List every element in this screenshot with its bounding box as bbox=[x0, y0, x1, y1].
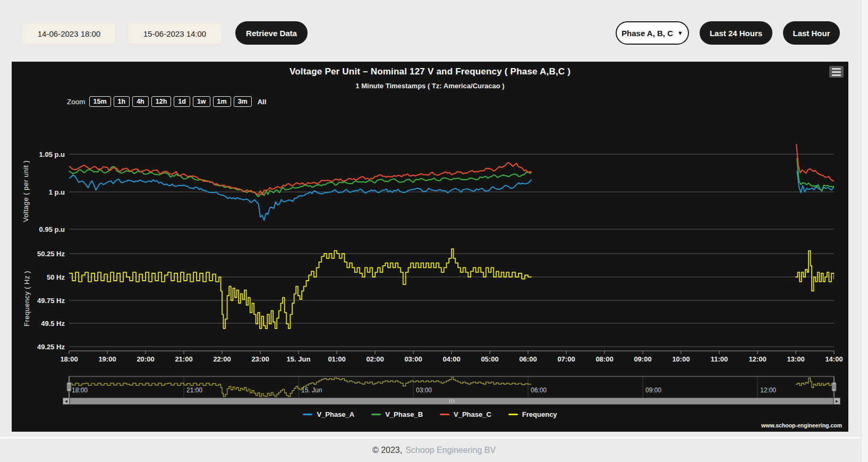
legend-item-v_phase_b[interactable]: V_Phase_B bbox=[371, 410, 423, 418]
page-footer: © 2023, Schoop Engineering BV bbox=[0, 438, 868, 462]
legend-label: Frequency bbox=[522, 410, 557, 418]
legend-label: V_Phase_B bbox=[385, 410, 423, 418]
x-axis-tick-label: 18:00 bbox=[60, 355, 78, 363]
legend-swatch-icon bbox=[440, 414, 449, 415]
phase-select-label: Phase A, B, C bbox=[622, 29, 673, 38]
x-axis-tick-label: 02:00 bbox=[366, 355, 384, 363]
y-axis-tick-label: 49.25 Hz bbox=[37, 343, 65, 351]
navigator-tick-label: 06:00 bbox=[531, 387, 547, 394]
footer-company-link[interactable]: Schoop Engineering BV bbox=[405, 446, 496, 455]
y-axis-tick-label: 49.75 Hz bbox=[37, 297, 65, 305]
last-hour-button[interactable]: Last Hour bbox=[783, 21, 840, 45]
y-axis-tick-label: 1.05 p.u bbox=[39, 150, 65, 158]
y-axis-tick-label: 0.95 p.u bbox=[39, 225, 65, 233]
chevron-down-icon: ▼ bbox=[677, 30, 683, 36]
legend-item-v_phase_a[interactable]: V_Phase_A bbox=[303, 410, 354, 418]
series-v_phase_c bbox=[796, 145, 834, 181]
x-axis-tick-label: 13:00 bbox=[787, 355, 804, 363]
x-axis-tick-label: 21:00 bbox=[175, 355, 192, 363]
legend-item-frequency[interactable]: Frequency bbox=[508, 410, 557, 418]
navigator-tick-label: 21:00 bbox=[186, 387, 202, 394]
x-axis-tick-label: 08:00 bbox=[595, 355, 613, 363]
series-v_phase_c bbox=[69, 163, 531, 195]
x-axis-tick-label: 04:00 bbox=[442, 355, 460, 363]
y-axis-tick-label: 49.5 Hz bbox=[41, 320, 65, 327]
legend-label: V_Phase_C bbox=[454, 410, 491, 418]
legend-item-v_phase_c[interactable]: V_Phase_C bbox=[440, 410, 491, 418]
scrollbar-track[interactable] bbox=[70, 398, 833, 405]
navigator-tick-label: 15. Jun bbox=[301, 387, 322, 394]
navigator-tick-label: 03:00 bbox=[416, 387, 432, 394]
x-axis-tick-label: 05:00 bbox=[481, 355, 498, 363]
scrollbar-right-arrow-button[interactable] bbox=[833, 398, 840, 405]
x-axis-tick-label: 20:00 bbox=[137, 355, 154, 363]
left-arrow-icon bbox=[65, 400, 67, 403]
chart-legend: V_Phase_AV_Phase_BV_Phase_CFrequency bbox=[12, 410, 848, 418]
x-axis-tick-label: 15. Jun bbox=[287, 355, 311, 363]
navigator-tick-label: 18:00 bbox=[72, 387, 88, 394]
legend-swatch-icon bbox=[371, 414, 381, 415]
series-group bbox=[69, 145, 834, 329]
scrollbar-left-arrow-button[interactable] bbox=[63, 398, 70, 405]
x-axis-tick-label: 06:00 bbox=[519, 355, 537, 363]
y-axis-tick-label: 50 Hz bbox=[47, 273, 65, 281]
navigator-series bbox=[69, 377, 531, 397]
browser-scrollbar[interactable] bbox=[861, 0, 868, 462]
navigator-series bbox=[796, 378, 834, 388]
legend-swatch-icon bbox=[303, 414, 312, 415]
legend-swatch-icon bbox=[508, 414, 518, 415]
top-toolbar: Retrieve Data Phase A, B, C ▼ Last 24 Ho… bbox=[0, 0, 868, 62]
retrieve-data-button[interactable]: Retrieve Data bbox=[235, 21, 308, 45]
x-axis-tick-label: 10:00 bbox=[672, 355, 690, 363]
right-arrow-icon bbox=[836, 400, 838, 403]
legend-label: V_Phase_A bbox=[317, 410, 354, 418]
navigator-right-handle[interactable] bbox=[832, 382, 836, 391]
scrollbar-grip-icon bbox=[449, 399, 450, 403]
x-axis-tick-label: 11:00 bbox=[711, 355, 728, 363]
copyright-text: © 2023, bbox=[372, 446, 402, 455]
x-axis-tick-label: 22:00 bbox=[213, 355, 231, 363]
navigator-tick-label: 12:00 bbox=[760, 387, 776, 394]
x-axis-tick-label: 03:00 bbox=[404, 355, 422, 363]
x-axis-tick-label: 01:00 bbox=[328, 355, 345, 363]
series-v_phase_a bbox=[797, 171, 834, 193]
x-axis-tick-label: 14:00 bbox=[825, 355, 843, 363]
x-axis-tick-label: 19:00 bbox=[98, 355, 116, 363]
last-24-hours-button[interactable]: Last 24 Hours bbox=[700, 21, 772, 45]
phase-select-dropdown[interactable]: Phase A, B, C ▼ bbox=[616, 21, 689, 45]
x-axis-tick-label: 07:00 bbox=[557, 355, 575, 363]
chart-credit-link[interactable]: www.schoop-engineering.com bbox=[761, 422, 842, 429]
x-axis-tick-label: 23:00 bbox=[251, 355, 269, 363]
y-axis-tick-label: 1 p.u bbox=[49, 188, 65, 196]
chart-panel: Voltage Per Unit – Nominal 127 V and Fre… bbox=[12, 62, 848, 432]
date-from-input[interactable] bbox=[22, 22, 116, 45]
series-frequency bbox=[796, 251, 834, 291]
x-axis-tick-label: 09:00 bbox=[634, 355, 651, 363]
navigator-tick-label: 09:00 bbox=[645, 387, 661, 394]
chart-plot-area: 1.05 p.u1 p.u0.95 p.u50.25 Hz50 Hz49.75 … bbox=[12, 62, 848, 432]
y-axis-tick-label: 50.25 Hz bbox=[37, 250, 65, 258]
series-v_phase_a bbox=[69, 175, 531, 220]
series-frequency bbox=[69, 249, 531, 329]
navigator-left-handle[interactable] bbox=[67, 382, 71, 391]
navigator-scrollbar[interactable] bbox=[63, 398, 840, 405]
date-to-input[interactable] bbox=[127, 22, 222, 45]
x-axis-tick-label: 12:00 bbox=[748, 355, 766, 363]
